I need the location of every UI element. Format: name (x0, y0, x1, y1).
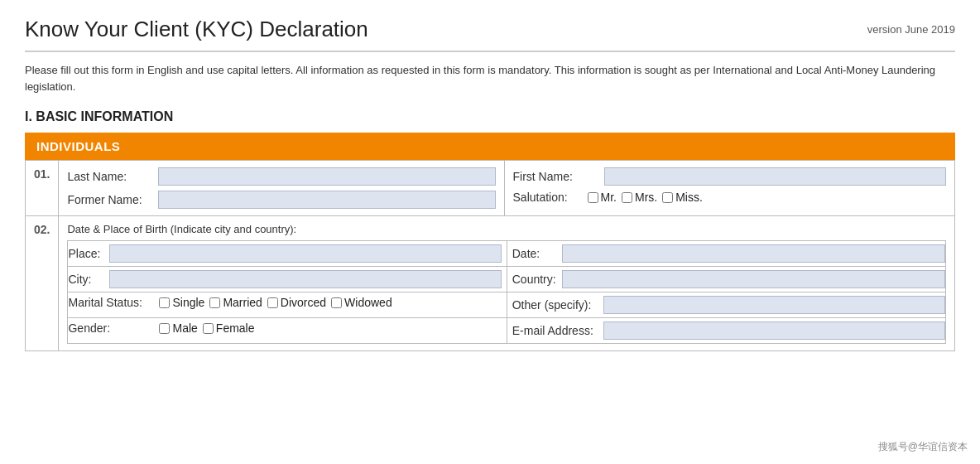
mrs-checkbox-group: Mrs. (622, 191, 657, 204)
row-01-left: Last Name: Former Name: (59, 161, 504, 216)
marital-other-row: Marital Status: Single Married (68, 292, 946, 318)
place-row: Place: (68, 244, 501, 263)
other-cell: Other (specify): (507, 292, 945, 318)
miss-checkbox[interactable] (662, 192, 673, 203)
row-02-number: 02. (26, 216, 59, 351)
place-label: Place: (68, 247, 109, 260)
former-name-label: Former Name: (67, 193, 158, 206)
date-label: Date: (512, 247, 562, 260)
divorced-label: Divorced (281, 296, 326, 309)
last-name-input[interactable] (158, 167, 495, 186)
place-cell: Place: (68, 241, 507, 267)
last-name-row: Last Name: (67, 167, 495, 186)
other-specify-input[interactable] (603, 296, 945, 314)
mr-checkbox[interactable] (588, 192, 598, 203)
table-row-01: 01. Last Name: Former Name: First Name: … (26, 161, 955, 216)
place-input[interactable] (109, 244, 501, 263)
email-row: E-mail Address: (512, 321, 945, 340)
former-name-row: Former Name: (67, 191, 495, 209)
email-cell: E-mail Address: (507, 318, 945, 344)
city-label: City: (68, 273, 109, 286)
other-label: Other (specify): (512, 298, 603, 312)
version-text: version June 2019 (867, 23, 955, 36)
salutation-label: Salutation: (513, 191, 588, 204)
mrs-checkbox[interactable] (622, 192, 632, 203)
page-header: Know Your Client (KYC) Declaration versi… (25, 17, 955, 52)
male-cb-group: Male (159, 321, 197, 335)
intro-paragraph: Please fill out this form in English and… (25, 62, 955, 94)
date-row: Date: (512, 244, 945, 263)
widowed-label: Widowed (344, 296, 392, 309)
row-02-content: Date & Place of Birth (Indicate city and… (59, 216, 955, 351)
form-table: 01. Last Name: Former Name: First Name: … (25, 160, 955, 351)
widowed-cb-group: Widowed (331, 296, 392, 309)
gender-cell: Gender: Male Female (68, 318, 507, 344)
first-name-label: First Name: (513, 170, 604, 183)
mr-label: Mr. (601, 191, 617, 204)
married-label: Married (223, 296, 262, 309)
male-label: Male (172, 321, 197, 335)
birth-inner-table: Place: Date: City: (67, 240, 946, 344)
country-input[interactable] (562, 270, 945, 288)
city-cell: City: (68, 267, 507, 292)
mrs-label: Mrs. (635, 191, 657, 204)
first-name-input[interactable] (604, 167, 946, 186)
place-date-row: Place: Date: (68, 241, 946, 267)
gender-label: Gender: (68, 321, 159, 335)
section-i-title: I. BASIC INFORMATION (25, 109, 955, 124)
other-specify-row: Other (specify): (512, 296, 945, 314)
date-input[interactable] (562, 244, 945, 263)
marital-status-row: Marital Status: Single Married (68, 296, 501, 309)
divorced-cb-group: Divorced (267, 296, 326, 309)
salutation-row: Salutation: Mr. Mrs. Miss. (513, 191, 946, 204)
female-checkbox[interactable] (203, 323, 214, 334)
male-checkbox[interactable] (159, 323, 170, 334)
gender-row: Gender: Male Female (68, 321, 501, 335)
female-cb-group: Female (203, 321, 255, 335)
marital-label: Marital Status: (68, 296, 159, 309)
email-label: E-mail Address: (512, 324, 603, 337)
row-01-right: First Name: Salutation: Mr. Mrs. Miss. (504, 161, 954, 216)
date-cell: Date: (507, 241, 945, 267)
miss-checkbox-group: Miss. (662, 191, 703, 204)
gender-email-row: Gender: Male Female (68, 318, 946, 344)
married-checkbox[interactable] (209, 297, 220, 308)
city-input[interactable] (109, 270, 501, 288)
married-cb-group: Married (209, 296, 262, 309)
birth-header: Date & Place of Birth (Indicate city and… (67, 223, 946, 240)
first-name-row: First Name: (513, 167, 946, 186)
single-checkbox[interactable] (159, 297, 170, 308)
page-title: Know Your Client (KYC) Declaration (25, 17, 368, 42)
individuals-header: INDIVIDUALS (25, 133, 955, 160)
city-country-row: City: Country: (68, 267, 946, 292)
mr-checkbox-group: Mr. (588, 191, 617, 204)
row-01-number: 01. (26, 161, 59, 216)
country-label: Country: (512, 273, 562, 286)
last-name-label: Last Name: (67, 170, 158, 183)
marital-cell: Marital Status: Single Married (68, 292, 507, 318)
divorced-checkbox[interactable] (267, 297, 278, 308)
single-cb-group: Single (159, 296, 204, 309)
table-row-02: 02. Date & Place of Birth (Indicate city… (26, 216, 955, 351)
country-row: Country: (512, 270, 945, 288)
single-label: Single (172, 296, 204, 309)
miss-label: Miss. (675, 191, 703, 204)
widowed-checkbox[interactable] (331, 297, 342, 308)
female-label: Female (216, 321, 255, 335)
email-input[interactable] (603, 321, 945, 340)
city-row: City: (68, 270, 501, 288)
country-cell: Country: (507, 267, 945, 292)
former-name-input[interactable] (158, 191, 495, 209)
